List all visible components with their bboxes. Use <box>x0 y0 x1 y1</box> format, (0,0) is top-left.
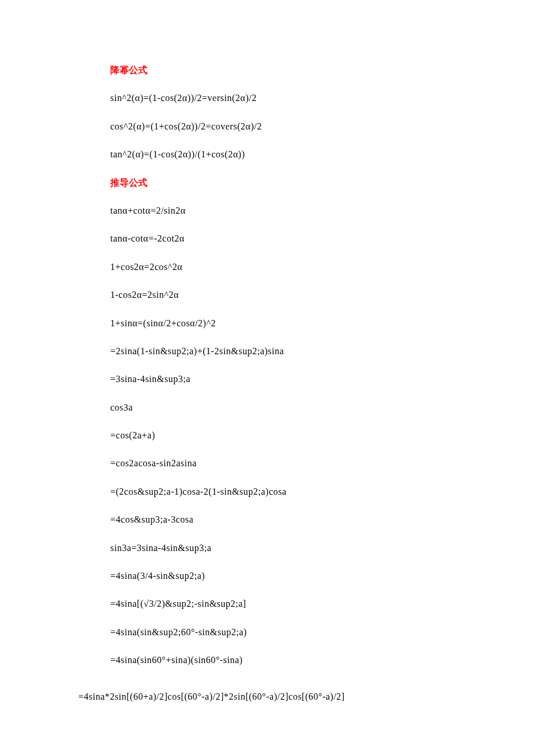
formula-line: =(2cos&sup2;a-1)cosa-2(1-sin&sup2;a)cosa <box>110 485 499 498</box>
formula-line: =4sina(sin&sup2;60°-sin&sup2;a) <box>110 626 499 639</box>
formula-line: 1+cos2α=2cos^2α <box>110 261 499 273</box>
formula-line: =2sina(1-sin&sup2;a)+(1-2sin&sup2;a)sina <box>110 345 499 358</box>
section-heading-2: 推导公式 <box>110 177 499 189</box>
formula-line: =cos2acosa-sin2asina <box>110 457 499 470</box>
formula-line: 1-cos2α=2sin^2α <box>110 289 499 301</box>
formula-line: cos^2(α)=(1+cos(2α))/2=covers(2α)/2 <box>110 120 499 133</box>
formula-line: tanα+cotα=2/sin2α <box>110 204 499 217</box>
formula-line-footer: =4sina*2sin[(60+a)/2]cos[(60°-a)/2]*2sin… <box>78 690 499 703</box>
formula-line: cos3a <box>110 401 499 414</box>
formula-line: =4sina(3/4-sin&sup2;a) <box>110 570 499 582</box>
section-heading-1: 降幂公式 <box>110 64 499 77</box>
document-page: 降幂公式 sin^2(α)=(1-cos(2α))/2=versin(2α)/2… <box>0 0 534 756</box>
formula-line: sin^2(α)=(1-cos(2α))/2=versin(2α)/2 <box>110 92 499 105</box>
formula-line: tanα-cotα=-2cot2α <box>110 232 499 245</box>
formula-line: =4sina[(√3/2)&sup2;-sin&sup2;a] <box>110 597 499 610</box>
formula-line: tan^2(α)=(1-cos(2α))/(1+cos(2α)) <box>110 148 499 161</box>
formula-line: =cos(2a+a) <box>110 429 499 442</box>
formula-line: =4sina(sin60°+sina)(sin60°-sina) <box>110 654 499 667</box>
formula-line: 1+sinα=(sinα/2+cosα/2)^2 <box>110 317 499 330</box>
formula-line: =3sina-4sin&sup3;a <box>110 373 499 386</box>
formula-line: sin3a=3sina-4sin&sup3;a <box>110 542 499 555</box>
formula-line: =4cos&sup3;a-3cosa <box>110 513 499 526</box>
